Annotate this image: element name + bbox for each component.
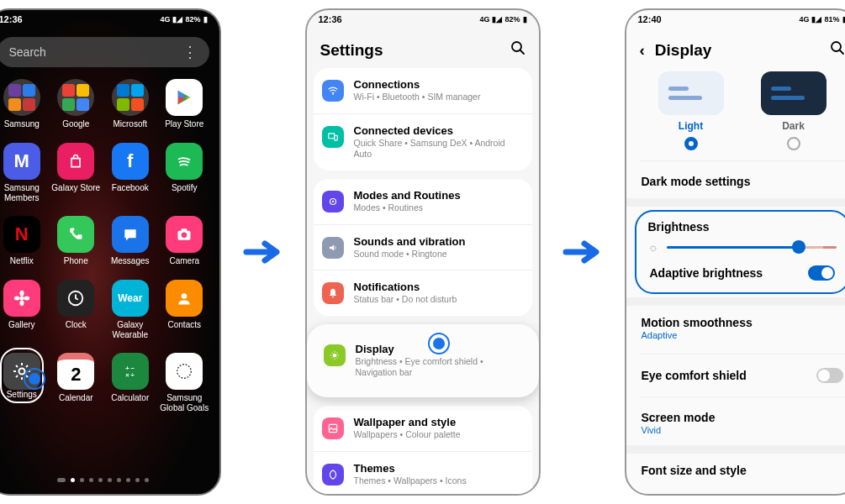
app-samsung[interactable]: Samsung [0, 79, 46, 129]
app-netflix[interactable]: NNetflix [0, 216, 46, 266]
eye-comfort-toggle[interactable] [816, 368, 843, 383]
brightness-slider[interactable]: ☼ [648, 240, 837, 254]
radio-light[interactable] [684, 137, 698, 150]
svg-point-1 [182, 233, 187, 239]
app-label: Galaxy Store [51, 183, 100, 193]
app-label: Microsoft [113, 119, 147, 129]
screen-mode[interactable]: Screen mode Vivid [626, 401, 846, 445]
settings-row[interactable]: Modes and RoutinesModes • Routines [314, 179, 532, 224]
app-label: Calculator [111, 393, 149, 403]
svg-point-3 [19, 297, 24, 301]
settings-row[interactable]: Wallpaper and styleWallpapers • Colour p… [314, 406, 532, 451]
svg-rect-2 [182, 228, 187, 231]
phone-display: 12:40 4G ▮◢ 81% ▮ ‹ Display Light Dark D… [625, 8, 846, 496]
signal-bars-icon: ▮◢ [172, 15, 182, 24]
net-type: 4G [160, 15, 170, 24]
row-sub: Modes • Routines [354, 202, 524, 214]
app-samsung-global-goals[interactable]: Samsung Global Goals [160, 353, 209, 412]
brightness-label: Brightness [648, 220, 837, 234]
app-icon [166, 353, 203, 390]
app-calendar[interactable]: 2Calendar [51, 353, 101, 412]
search-icon[interactable] [510, 40, 525, 60]
app-settings[interactable]: Settings [0, 353, 46, 412]
app-label: Play Store [165, 119, 203, 129]
settings-row[interactable]: Sounds and vibrationSound mode • Rington… [314, 224, 532, 270]
app-contacts[interactable]: Contacts [160, 280, 209, 339]
adaptive-brightness-row[interactable]: Adaptive brightness [648, 254, 837, 281]
app-clock[interactable]: Clock [51, 280, 101, 339]
row-title: Wallpaper and style [354, 416, 524, 428]
adaptive-brightness-toggle[interactable] [808, 265, 835, 281]
svg-point-7 [24, 297, 29, 301]
status-right: 4G ▮◢ 82% ▮ [479, 15, 526, 24]
battery-pct: 81% [824, 15, 839, 24]
app-spotify[interactable]: Spotify [160, 143, 209, 202]
app-calculator[interactable]: + −× ÷Calculator [106, 353, 156, 412]
app-label: Samsung [4, 119, 40, 129]
app-samsung-members[interactable]: MSamsung Members [0, 143, 46, 202]
app-label: Contacts [168, 320, 201, 330]
app-label: Phone [64, 256, 88, 266]
mode-light[interactable]: Light [658, 71, 724, 150]
row-sub: Themes • Wallpapers • Icons [354, 475, 524, 487]
row-icon [322, 282, 344, 304]
app-gallery[interactable]: Gallery [0, 280, 46, 339]
app-camera[interactable]: Camera [160, 216, 209, 266]
app-label: Messages [111, 256, 150, 266]
radio-dark[interactable] [787, 137, 800, 150]
app-galaxy-wearable[interactable]: WearGalaxy Wearable [106, 280, 156, 339]
status-bar: 12:40 4G ▮◢ 81% ▮ [626, 10, 846, 29]
settings-row[interactable]: ConnectionsWi-Fi • Bluetooth • SIM manag… [314, 68, 532, 113]
row-sub: Sound mode • Ringtone [354, 249, 524, 260]
status-time: 12:40 [638, 14, 662, 24]
app-label: Spotify [172, 183, 198, 193]
app-grid: SamsungGoogleMicrosoftPlay StoreMSamsung… [0, 79, 219, 412]
search-bar[interactable]: Search ⋮ [0, 37, 209, 67]
app-google[interactable]: Google [51, 79, 101, 129]
back-icon[interactable]: ‹ [640, 41, 645, 60]
row-sub: Wi-Fi • Bluetooth • SIM manager [354, 92, 524, 103]
settings-card: Wallpaper and styleWallpapers • Colour p… [314, 406, 532, 494]
app-label: Samsung Global Goals [160, 393, 209, 412]
svg-point-13 [177, 365, 192, 379]
svg-rect-16 [328, 134, 334, 139]
app-play-store[interactable]: Play Store [160, 79, 209, 129]
search-icon[interactable] [830, 40, 845, 60]
app-icon [57, 143, 94, 180]
more-icon[interactable]: ⋮ [182, 45, 198, 60]
font-size-and-style[interactable]: Font size and style [626, 454, 846, 487]
app-icon: Wear [112, 280, 149, 317]
display-row-highlighted[interactable]: DisplayBrightness • Eye comfort shield •… [307, 324, 539, 397]
svg-rect-21 [329, 424, 336, 432]
page-title: Display [655, 41, 712, 60]
app-facebook[interactable]: fFacebook [106, 143, 156, 202]
page-dots[interactable] [0, 468, 219, 494]
row-sub: Status bar • Do not disturb [354, 294, 524, 306]
row-sub: Wallpapers • Colour palette [354, 429, 524, 441]
tap-indicator [428, 333, 450, 354]
status-bar: 12:36 4G ▮◢ 82% ▮ [307, 10, 539, 29]
svg-point-14 [512, 42, 521, 51]
settings-row[interactable]: ThemesThemes • Wallpapers • Icons [314, 451, 532, 494]
app-messages[interactable]: Messages [106, 216, 156, 266]
app-phone[interactable]: Phone [51, 216, 101, 266]
settings-row[interactable]: NotificationsStatus bar • Do not disturb [314, 270, 532, 316]
svg-point-9 [182, 293, 187, 299]
app-microsoft[interactable]: Microsoft [106, 79, 156, 129]
folder-icon [112, 79, 149, 116]
app-label: Galaxy Wearable [112, 320, 148, 339]
app-label: Clock [66, 320, 87, 330]
signal-bars-icon: ▮◢ [492, 15, 502, 24]
settings-list: ConnectionsWi-Fi • Bluetooth • SIM manag… [307, 68, 539, 494]
app-galaxy-store[interactable]: Galaxy Store [51, 143, 101, 202]
battery-icon: ▮ [842, 15, 846, 24]
eye-comfort-shield[interactable]: Eye comfort shield [626, 358, 846, 393]
motion-smoothness[interactable]: Motion smoothness Adaptive [626, 306, 846, 350]
mode-dark[interactable]: Dark [761, 71, 827, 150]
net-type: 4G [479, 15, 489, 24]
dark-mode-settings[interactable]: Dark mode settings [626, 165, 846, 198]
settings-row[interactable]: Connected devicesQuick Share • Samsung D… [314, 113, 532, 171]
app-icon [166, 79, 203, 116]
row-sub: Brightness • Eye comfort shield • Naviga… [356, 356, 522, 379]
dark-swatch [761, 71, 827, 115]
